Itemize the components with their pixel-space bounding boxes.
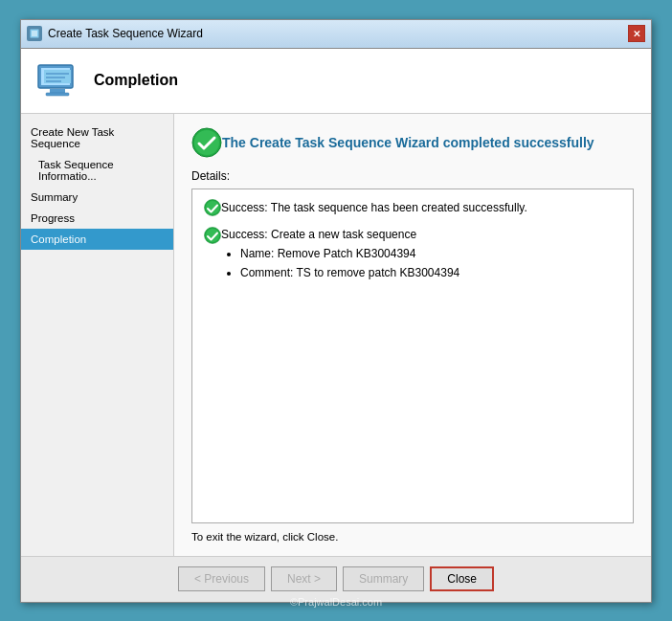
sidebar: Create New Task Sequence Task Sequence I… [21, 114, 174, 556]
sidebar-item-task-seq-info[interactable]: Task Sequence Informatio... [21, 154, 173, 187]
sidebar-item-progress[interactable]: Progress [21, 208, 173, 229]
svg-rect-1 [32, 31, 37, 36]
details-label: Details: [191, 169, 634, 183]
detail-text-0: Success: The task sequence has been crea… [221, 199, 527, 216]
details-box: Success: The task sequence has been crea… [191, 189, 634, 523]
copyright-text: ©PrajwalDesai.com [290, 596, 382, 608]
svg-rect-5 [46, 93, 69, 96]
detail-bullet-1: Comment: TS to remove patch KB3004394 [240, 264, 459, 281]
success-icon [191, 127, 222, 158]
sidebar-item-completion[interactable]: Completion [21, 229, 173, 250]
detail-row-1: Success: Create a new task sequence Name… [204, 226, 621, 283]
summary-button[interactable]: Summary [343, 566, 424, 591]
window-title: Create Task Sequence Wizard [48, 27, 203, 40]
detail-check-icon-0 [204, 199, 221, 216]
detail-bullets-1: Name: Remove Patch KB3004394 Comment: TS… [240, 245, 459, 281]
exit-hint: To exit the wizard, click Close. [191, 531, 634, 543]
svg-rect-4 [50, 89, 65, 93]
title-bar-buttons: ✕ [628, 25, 645, 42]
body-section: Create New Task Sequence Task Sequence I… [21, 114, 651, 556]
title-bar: Create Task Sequence Wizard ✕ [21, 20, 651, 49]
close-button[interactable]: Close [430, 566, 494, 591]
wizard-window: Create Task Sequence Wizard ✕ Completion [20, 19, 652, 603]
detail-bullet-0: Name: Remove Patch KB3004394 [240, 245, 459, 262]
footer: < Previous Next > Summary Close [21, 556, 651, 602]
success-header: The Create Task Sequence Wizard complete… [191, 127, 634, 158]
main-content: The Create Task Sequence Wizard complete… [174, 114, 651, 556]
next-button[interactable]: Next > [271, 566, 337, 591]
detail-text-1: Success: Create a new task sequence Name… [221, 226, 459, 283]
sidebar-item-create-new[interactable]: Create New Task Sequence [21, 122, 173, 154]
success-text: The Create Task Sequence Wizard complete… [222, 135, 594, 150]
window-icon [27, 26, 42, 41]
previous-button[interactable]: < Previous [178, 566, 265, 591]
svg-point-13 [206, 201, 219, 214]
header-section: Completion [21, 49, 651, 114]
header-title: Completion [94, 72, 178, 89]
window-close-button[interactable]: ✕ [628, 25, 645, 42]
detail-row-0: Success: The task sequence has been crea… [204, 199, 621, 216]
header-icon [34, 57, 80, 103]
svg-point-15 [206, 229, 219, 242]
detail-check-icon-1 [204, 227, 221, 244]
sidebar-item-summary[interactable]: Summary [21, 187, 173, 208]
